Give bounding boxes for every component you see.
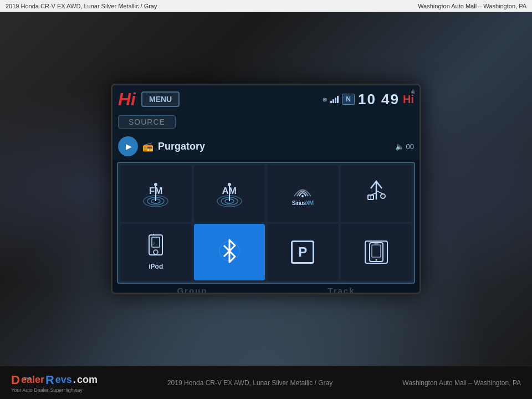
screen-source-bar: SOURCE — [112, 113, 420, 133]
screen-time: 10 49 — [358, 91, 400, 108]
bottom-dealer-name: Washington Auto Mall – Washington, PA — [402, 379, 521, 387]
am-label-text: AM — [222, 186, 237, 197]
bottom-bar: 456 D ealer R evs . com Your Auto Dealer… — [0, 366, 532, 399]
bluetooth-symbol-svg — [218, 238, 241, 264]
svg-point-10 — [301, 195, 304, 197]
screen-status-area: ⎈ N 10 49 Hi — [323, 91, 414, 108]
screen-hi-label: Hi — [118, 89, 136, 110]
station-name: Purgatory — [158, 141, 205, 152]
source-button[interactable]: SOURCE — [118, 115, 176, 129]
svg-point-19 — [154, 250, 158, 254]
top-bar-dealer: Washington Auto Mall – Washington, PA — [266, 3, 526, 9]
bluetooth-icon — [218, 238, 241, 267]
track-label: Track — [328, 286, 355, 294]
svg-line-16 — [376, 191, 383, 194]
ipod-symbol-svg: ♪ — [147, 234, 165, 258]
logo-r: R — [45, 373, 54, 387]
am-icon-container: AM — [214, 180, 244, 207]
logo-dot: . — [73, 374, 76, 386]
source-grid: FM AM — [117, 162, 415, 284]
play-button[interactable] — [118, 136, 138, 156]
pandora-icon: P — [291, 241, 314, 264]
fm-label-text: FM — [149, 186, 163, 197]
photo-area: Hi MENU ⎈ N 10 49 Hi SOURCE — [0, 12, 532, 366]
svg-point-14 — [381, 194, 385, 198]
siriusxm-text: SiriusXM — [289, 201, 316, 206]
svg-point-25 — [375, 259, 377, 261]
svg-rect-24 — [372, 245, 381, 257]
signal-icon — [330, 95, 339, 103]
grid-container: FM AM — [112, 160, 420, 294]
overlay-labels: Group Track — [117, 284, 415, 294]
phone-icon — [365, 241, 388, 264]
infotainment-screen: Hi MENU ⎈ N 10 49 Hi SOURCE — [111, 84, 421, 294]
svg-rect-26 — [374, 243, 378, 244]
top-bar: 2019 Honda CR-V EX AWD, Lunar Silver Met… — [0, 0, 532, 12]
n-badge: N — [342, 94, 355, 105]
grid-cell-am[interactable]: AM — [194, 165, 265, 222]
siriusxm-icon: SiriusXM — [289, 181, 316, 206]
sirius-waves-svg — [289, 181, 316, 198]
ipod-label: iPod — [149, 263, 163, 270]
bluetooth-registered: ® — [411, 90, 415, 95]
bottom-center: 2019 Honda CR-V EX AWD, Lunar Silver Met… — [98, 379, 402, 387]
screen-top-bar: Hi MENU ⎈ N 10 49 Hi — [112, 85, 420, 113]
usb-icon — [365, 178, 387, 208]
grid-cell-phone[interactable] — [341, 224, 412, 280]
fm-icon-container: FM — [141, 180, 171, 207]
bluetooth-status-icon: ⎈ — [323, 95, 327, 104]
logo-d: D — [11, 373, 20, 387]
svg-text:♪: ♪ — [152, 240, 155, 246]
grid-cell-fm[interactable]: FM — [120, 165, 192, 222]
bottom-right: Washington Auto Mall – Washington, PA — [402, 379, 521, 387]
grid-cell-pandora[interactable]: P — [267, 224, 339, 280]
radio-small-icon: 📻 — [142, 141, 154, 152]
dealer-logo: 456 D ealer R evs . com Your Auto Dealer… — [11, 373, 98, 393]
grid-cell-siriusxm[interactable]: SiriusXM — [267, 165, 339, 222]
purgatory-bar: 📻 Purgatory 🔈 00 — [112, 133, 420, 160]
logo-numbers: 456 — [23, 376, 32, 381]
bottom-car-info: 2019 Honda CR-V EX AWD, Lunar Silver Met… — [98, 379, 402, 387]
grid-cell-usb[interactable] — [341, 165, 412, 222]
logo-com: com — [77, 374, 98, 386]
menu-button[interactable]: MENU — [141, 91, 180, 107]
svg-rect-17 — [149, 235, 162, 255]
volume-value: 00 — [406, 142, 414, 151]
logo-evs: evs — [55, 374, 72, 386]
group-label: Group — [177, 286, 207, 294]
grid-cell-ipod[interactable]: ♪ iPod — [120, 224, 192, 280]
volume-display: 🔈 00 — [395, 142, 414, 151]
logo-tagline: Your Auto Dealer SuperHighway — [11, 387, 83, 393]
volume-icon: 🔈 — [395, 142, 404, 151]
phone-symbol-svg — [369, 242, 384, 263]
top-bar-car-info: 2019 Honda CR-V EX AWD, Lunar Silver Met… — [6, 3, 266, 9]
usb-symbol-svg — [365, 178, 387, 204]
ipod-icon: ♪ — [147, 234, 165, 260]
grid-cell-bluetooth[interactable]: ® — [194, 224, 265, 280]
